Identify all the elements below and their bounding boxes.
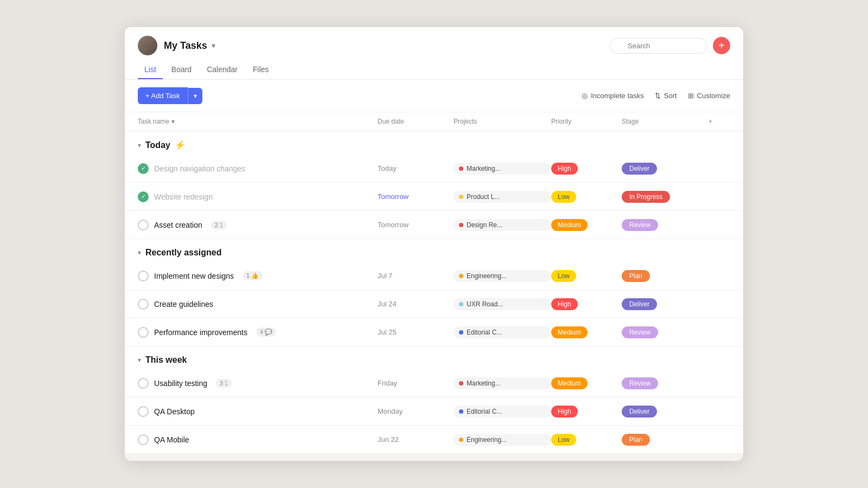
- stage-badge[interactable]: Review: [622, 326, 658, 338]
- task-name-cell: Implement new designs 1 👍: [138, 265, 378, 287]
- priority-badge[interactable]: Medium: [551, 219, 588, 231]
- section-recently-header[interactable]: ▾ Recently assigned: [125, 239, 743, 262]
- incomplete-tasks-label: Incomplete tasks: [591, 92, 644, 100]
- page-title: My Tasks: [164, 40, 207, 52]
- stage-badge[interactable]: Deliver: [622, 163, 657, 175]
- due-date: Tomorrow: [378, 221, 454, 229]
- task-name-cell: Performance improvements 4 💬: [138, 322, 378, 343]
- task-meta: 2 ⤵: [211, 221, 227, 229]
- task-name-cell: Asset creation 2 ⤵: [138, 214, 378, 236]
- project-badge[interactable]: Editorial C...: [454, 406, 551, 418]
- priority-badge[interactable]: High: [551, 406, 578, 418]
- task-name[interactable]: QA Mobile: [154, 435, 189, 444]
- check-empty-icon[interactable]: [138, 378, 149, 389]
- stage-badge[interactable]: Deliver: [622, 298, 657, 310]
- check-empty-icon[interactable]: [138, 299, 149, 310]
- project-badge[interactable]: UXR Road...: [454, 298, 551, 310]
- project-badge[interactable]: Engineering...: [454, 434, 551, 446]
- project-cell: Design Re...: [454, 219, 551, 231]
- customize-icon: ⊞: [688, 92, 694, 100]
- project-badge[interactable]: Design Re...: [454, 219, 551, 231]
- priority-badge[interactable]: Medium: [551, 326, 588, 338]
- tab-list[interactable]: List: [138, 61, 163, 79]
- sort-button[interactable]: ⇅ Sort: [655, 92, 677, 100]
- due-date: Jul 25: [378, 328, 454, 336]
- toolbar-left: + Add Task ▾: [138, 87, 202, 104]
- check-empty-icon[interactable]: [138, 220, 149, 230]
- meta-badge: 2 ⤵: [211, 221, 227, 229]
- task-name[interactable]: QA Desktop: [154, 407, 195, 416]
- priority-badge[interactable]: High: [551, 298, 578, 310]
- chevron-down-icon[interactable]: ▾: [212, 41, 215, 50]
- tab-files[interactable]: Files: [246, 61, 276, 79]
- priority-badge[interactable]: High: [551, 163, 578, 175]
- stage-cell: Deliver: [622, 406, 709, 418]
- check-empty-icon[interactable]: [138, 327, 149, 338]
- priority-cell: Medium: [551, 326, 622, 338]
- priority-cell: Low: [551, 270, 622, 282]
- check-empty-icon[interactable]: [138, 434, 149, 445]
- section-today-header[interactable]: ▾ Today ⚡: [125, 131, 743, 155]
- col-add[interactable]: +: [709, 118, 730, 125]
- search-input[interactable]: [610, 38, 707, 54]
- table-row: Implement new designs 1 👍 Jul 7 Engineer…: [125, 262, 743, 290]
- table-row: QA Desktop Monday Editorial C... High De…: [125, 397, 743, 426]
- search-wrapper: 🔍: [610, 38, 707, 54]
- stage-badge[interactable]: Plan: [622, 270, 650, 282]
- priority-badge[interactable]: Medium: [551, 377, 588, 389]
- section-today-title: Today: [145, 140, 170, 150]
- priority-cell: High: [551, 406, 622, 418]
- stage-badge[interactable]: In Progress: [622, 191, 670, 203]
- task-name-cell: Usability testing 3 ⤵: [138, 373, 378, 394]
- customize-label: Customize: [697, 92, 730, 100]
- task-name[interactable]: Performance improvements: [154, 328, 247, 337]
- project-badge[interactable]: Editorial C...: [454, 326, 551, 338]
- priority-badge[interactable]: Low: [551, 434, 576, 446]
- stage-badge[interactable]: Plan: [622, 434, 650, 446]
- project-cell: Engineering...: [454, 434, 551, 446]
- table-header: Task name ▾ Due date Projects Priority S…: [125, 112, 743, 131]
- project-badge[interactable]: Product L...: [454, 191, 551, 203]
- section-chevron-icon: ▾: [138, 249, 141, 256]
- section-recently-title: Recently assigned: [145, 248, 222, 258]
- incomplete-tasks-button[interactable]: ◎ Incomplete tasks: [582, 92, 644, 100]
- add-task-dropdown-button[interactable]: ▾: [188, 88, 202, 104]
- tab-board[interactable]: Board: [165, 61, 198, 79]
- meta-badge: 1 👍: [242, 271, 263, 280]
- task-name[interactable]: Implement new designs: [154, 272, 234, 280]
- check-empty-icon[interactable]: [138, 406, 149, 417]
- project-name: Engineering...: [467, 436, 507, 444]
- project-badge[interactable]: Engineering...: [454, 270, 551, 282]
- task-meta: 3 ⤵: [216, 379, 232, 388]
- stage-cell: Review: [622, 377, 709, 389]
- check-done-icon[interactable]: ✓: [138, 163, 149, 174]
- task-name[interactable]: Usability testing: [154, 379, 207, 388]
- stage-badge[interactable]: Review: [622, 377, 658, 389]
- meta-badge: 4 💬: [256, 328, 276, 337]
- section-thisweek-header[interactable]: ▾ This week: [125, 346, 743, 369]
- priority-badge[interactable]: Low: [551, 191, 576, 203]
- task-name[interactable]: Website redesign: [154, 192, 213, 201]
- customize-button[interactable]: ⊞ Customize: [688, 92, 730, 100]
- priority-badge[interactable]: Low: [551, 270, 576, 282]
- project-cell: Editorial C...: [454, 326, 551, 338]
- check-empty-icon[interactable]: [138, 271, 149, 281]
- add-task-button[interactable]: + Add Task: [138, 87, 188, 104]
- add-button[interactable]: +: [713, 37, 730, 54]
- project-dot: [459, 438, 463, 442]
- stage-badge[interactable]: Review: [622, 219, 658, 231]
- task-name-cell: QA Desktop: [138, 401, 378, 422]
- col-sort-icon: ▾: [171, 118, 175, 125]
- task-name[interactable]: Asset creation: [154, 221, 202, 229]
- project-dot: [459, 195, 463, 199]
- tab-calendar[interactable]: Calendar: [200, 61, 244, 79]
- section-thisweek-title: This week: [145, 355, 187, 365]
- task-name[interactable]: Design navigation changes: [154, 164, 245, 173]
- project-badge[interactable]: Marketing...: [454, 163, 551, 175]
- project-badge[interactable]: Marketing...: [454, 377, 551, 389]
- check-done-icon[interactable]: ✓: [138, 191, 149, 202]
- task-name[interactable]: Create guidelines: [154, 300, 213, 309]
- col-priority: Priority: [551, 118, 622, 125]
- task-meta: 1 👍: [242, 271, 263, 280]
- stage-badge[interactable]: Deliver: [622, 406, 657, 418]
